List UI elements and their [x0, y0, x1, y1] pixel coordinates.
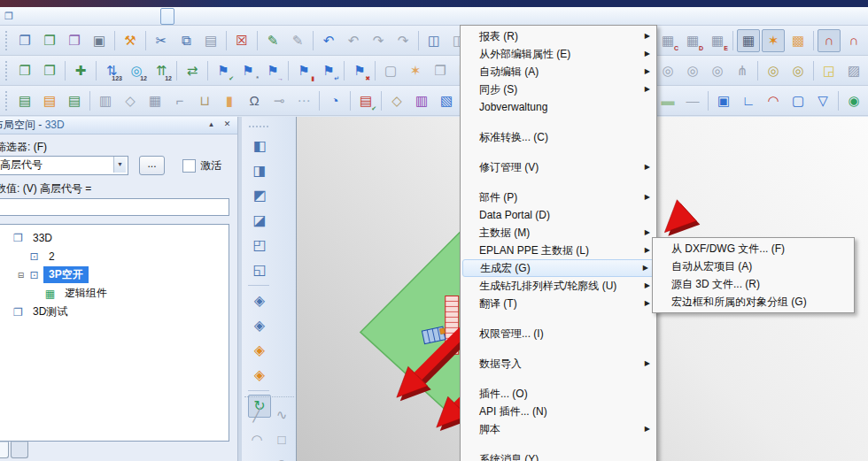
- draw-rounded-rect-icon[interactable]: ▭: [245, 453, 268, 461]
- u-profile-icon[interactable]: ⊔: [193, 89, 216, 112]
- material-list-icon[interactable]: ▤: [63, 89, 86, 112]
- menu-item-eplan-ppe-master-data[interactable]: EPLAN PPE 主数据 (L) ▶: [461, 242, 655, 259]
- menu-view[interactable]: [81, 8, 95, 25]
- new-window-icon[interactable]: ❐: [13, 29, 36, 52]
- check-apply-icon[interactable]: ⚑↵: [317, 59, 340, 82]
- z-order-icon[interactable]: ▧: [435, 89, 458, 112]
- browse-button[interactable]: ...: [139, 156, 165, 175]
- object-snap-path-icon[interactable]: ∩: [842, 29, 865, 52]
- bounding-box-icon[interactable]: ▢: [787, 89, 810, 112]
- insert-symbol-icon[interactable]: ◎: [656, 59, 679, 82]
- open-window-icon[interactable]: ❐: [38, 29, 61, 52]
- menu-item-api-addons[interactable]: API 插件... (N): [461, 403, 655, 420]
- check-forward-icon[interactable]: ⚑→: [261, 59, 284, 82]
- menu-item-revision-management[interactable]: 修订管理 (V) ▶: [461, 158, 655, 176]
- panel-collapse-icon[interactable]: [205, 119, 218, 131]
- view-top-icon[interactable]: ◰: [248, 234, 271, 257]
- activate-checkbox[interactable]: [182, 159, 196, 173]
- paste-icon[interactable]: ▤: [199, 29, 222, 52]
- mounting-panel-icon[interactable]: ▦: [143, 89, 167, 112]
- magnet-snap-icon[interactable]: ∩: [818, 29, 841, 52]
- screws-icon[interactable]: ⋯: [292, 89, 315, 112]
- submenu-item-auto-from-macro-project[interactable]: 自动从宏项目 (A): [654, 257, 853, 275]
- copy-icon[interactable]: ⧉: [174, 29, 198, 52]
- bom-navigator-icon[interactable]: ▤: [38, 89, 61, 112]
- view-left-icon[interactable]: ◩: [248, 184, 271, 207]
- menu-item-standard-conversion[interactable]: 标准转换... (C): [461, 128, 655, 146]
- filter-frame-icon[interactable]: ▽: [811, 89, 834, 112]
- menu-item-addons[interactable]: 插件... (O): [461, 385, 655, 403]
- insert-terminal-icon[interactable]: ◎: [706, 59, 729, 82]
- plugin-puzzle-icon[interactable]: ✚: [69, 59, 92, 82]
- menu-item-parts[interactable]: 部件 (P) ▶: [461, 188, 655, 206]
- view-iso-se-icon[interactable]: ◈: [248, 289, 271, 312]
- hatch-pattern-icon[interactable]: ▨: [842, 59, 865, 82]
- mounting-rail-icon[interactable]: ▮: [218, 89, 241, 112]
- rotate-pie-icon[interactable]: ◔: [323, 89, 346, 112]
- pair-symbol-icon[interactable]: ◎: [762, 59, 785, 82]
- tree-item-3p[interactable]: ⊟ ⊡ 3P空开: [0, 265, 229, 284]
- menu-edit[interactable]: [65, 8, 79, 25]
- menu-window[interactable]: [176, 8, 190, 25]
- omega-rail-icon[interactable]: Ω: [243, 89, 266, 112]
- menu-item-automated-editing[interactable]: 自动编辑 (A) ▶: [461, 63, 655, 81]
- draw-line-icon[interactable]: ╱: [245, 403, 268, 426]
- check-run-icon[interactable]: ⚑✔: [212, 59, 235, 82]
- bom-list-icon[interactable]: ▤: [13, 89, 36, 112]
- view-iso-sw-icon[interactable]: ◈: [248, 314, 271, 337]
- draw-rectangle-icon[interactable]: □: [270, 428, 293, 451]
- branch-icon[interactable]: ⋔: [731, 59, 754, 82]
- menu-item-system-messages[interactable]: 系统消息 (Y): [461, 450, 655, 461]
- view-bottom-icon[interactable]: ◱: [248, 258, 271, 281]
- menu-insert[interactable]: [97, 8, 111, 25]
- check-settings-icon[interactable]: ⚑*: [236, 59, 260, 82]
- layout-space-open-icon[interactable]: ❐: [38, 59, 61, 82]
- menu-item-master-data[interactable]: 主数据 (M) ▶: [461, 224, 655, 242]
- number-pins-icon[interactable]: ⇈12: [150, 59, 173, 82]
- menu-layout-space[interactable]: [49, 8, 63, 25]
- insert-device-icon[interactable]: ◎: [681, 59, 704, 82]
- cut-icon[interactable]: ✂: [150, 29, 173, 52]
- filter-value-input[interactable]: [0, 198, 229, 216]
- menu-item-reports[interactable]: 报表 (R) ▶: [461, 27, 655, 45]
- pair-symbol2-icon[interactable]: ◎: [787, 59, 810, 82]
- snap-grid-icon[interactable]: ✶: [762, 29, 785, 52]
- view-back-icon[interactable]: ◨: [248, 159, 271, 182]
- view-iso-ne-icon[interactable]: ◈: [248, 339, 271, 362]
- view-front-icon[interactable]: ◧: [248, 134, 271, 158]
- menu-project-data[interactable]: [112, 8, 127, 25]
- format-brush-icon[interactable]: ✎: [261, 29, 284, 52]
- base-angle-icon[interactable]: ∟: [737, 89, 760, 112]
- draw-slot-icon[interactable]: ⊝: [270, 453, 293, 461]
- synchronize-icon[interactable]: ⇄: [181, 59, 204, 82]
- redo-list-icon[interactable]: ↷: [391, 29, 415, 52]
- wire-connector-icon[interactable]: ⊸: [267, 89, 291, 112]
- tree-item-3d-test[interactable]: ❐ 3D测试: [0, 303, 229, 321]
- flat-panel-icon[interactable]: ▬: [656, 89, 679, 112]
- format-brush-disabled-icon[interactable]: ✎: [286, 29, 309, 52]
- placement-box-icon[interactable]: ▣: [712, 89, 735, 112]
- star-tool-icon[interactable]: ✶: [404, 59, 427, 82]
- layout-space-navigator-icon[interactable]: ❐: [13, 59, 36, 82]
- check-remove-icon[interactable]: ⚑✖: [348, 59, 371, 82]
- menu-tools[interactable]: [160, 8, 174, 25]
- corner-ruler-icon[interactable]: ⌐: [168, 89, 191, 112]
- draw-arc-icon[interactable]: ◠: [245, 428, 268, 451]
- window-corner-icon[interactable]: ◲: [818, 59, 841, 82]
- undo-icon[interactable]: ↶: [317, 29, 340, 52]
- tab-list[interactable]: [11, 442, 28, 458]
- menu-item-generate-macros[interactable]: 生成宏 (G) ▶: [462, 259, 655, 277]
- arc-segment-icon[interactable]: ◠: [762, 89, 785, 112]
- submenu-item-from-3d-file[interactable]: 源自 3D 文件... (R): [654, 275, 853, 293]
- redo-icon[interactable]: ↷: [367, 29, 390, 52]
- grid-e-icon[interactable]: ▦E: [706, 29, 729, 52]
- grid-c-icon[interactable]: ▦C: [656, 29, 679, 52]
- box-3d-icon[interactable]: ◇: [385, 89, 408, 112]
- dashed-line-icon[interactable]: ―: [681, 89, 704, 112]
- grid-d-icon[interactable]: ▦D: [681, 29, 704, 52]
- menu-item-jobverwaltung[interactable]: Jobverwaltung: [461, 98, 655, 116]
- tree-item-33d[interactable]: ❐ 33D: [0, 228, 229, 247]
- menu-item-data-portal[interactable]: Data Portal (D): [461, 206, 655, 224]
- tree-item-2[interactable]: ⊡ 2: [0, 247, 229, 265]
- menu-item-synchronize[interactable]: 同步 (S) ▶: [461, 81, 655, 98]
